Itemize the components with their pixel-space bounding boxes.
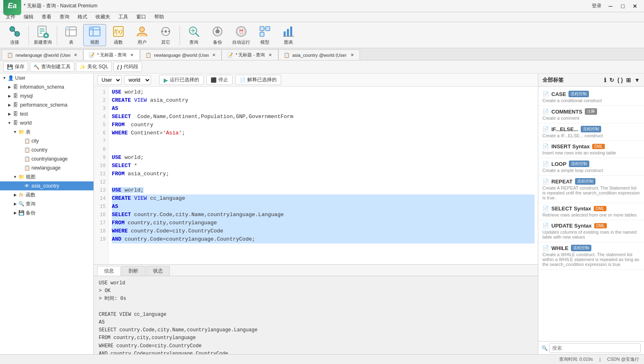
toolbar-user[interactable]: 用户 — [131, 24, 153, 46]
db-selector[interactable]: User User — [97, 75, 122, 85]
menu-help[interactable]: 帮助 — [150, 13, 168, 21]
tree-queries-folder[interactable]: ▶ 🔍 查询 — [0, 199, 93, 208]
stop-button[interactable]: ⬛ 停止 — [206, 75, 233, 85]
explain-button[interactable]: 📄 解释已选择的 — [235, 75, 281, 85]
menu-window[interactable]: 窗口 — [132, 13, 150, 21]
expand-icon[interactable]: ▼ — [634, 77, 640, 83]
code-line-7 — [112, 137, 535, 145]
toolbar-autorun[interactable]: ⏰ 自动运行 — [230, 24, 253, 46]
snippet-ifelse[interactable]: 📄 IF...ELSE... 流程控制 Create a IF...ELSE..… — [538, 123, 644, 141]
schema-selector[interactable]: world mysql — [124, 75, 151, 85]
menu-format[interactable]: 格式 — [73, 13, 91, 21]
create-query-label: 查询创建工具 — [41, 63, 71, 70]
snippet-case-icon: 📄 — [542, 91, 549, 97]
maximize-button[interactable]: □ — [617, 2, 628, 10]
login-label[interactable]: 登录 — [592, 2, 602, 9]
code-snippet-button[interactable]: ( ) 代码段 — [113, 62, 142, 72]
tree-test[interactable]: ▶ 🗄 test — [0, 109, 93, 118]
create-query-button[interactable]: 🔨 查询创建工具 — [30, 62, 74, 72]
code-content[interactable]: USE world; CREATE VIEW asia_country AS S… — [109, 87, 538, 264]
tab-4-close[interactable]: ✕ — [267, 52, 273, 58]
toolbar-query[interactable]: 查询 — [182, 24, 205, 46]
bottom-tab-status[interactable]: 状态 — [146, 266, 170, 276]
tree-views-folder[interactable]: ▼ 📁 视图 — [0, 172, 93, 181]
query-label: 查询 — [189, 39, 198, 45]
toolbar-table[interactable]: 表 — [60, 24, 82, 46]
tree-newlanguage[interactable]: 📋 newlanguage — [0, 163, 93, 172]
bottom-tab-info[interactable]: 信息 — [97, 266, 121, 276]
tree-asia-country[interactable]: 👁 asia_country — [0, 181, 93, 190]
minimize-button[interactable]: ─ — [605, 2, 616, 10]
other-label: 其它 — [161, 39, 170, 45]
toolbar-backup[interactable]: 备份 — [206, 24, 229, 46]
functions-folder-icon: fx — [18, 192, 24, 198]
tree-country[interactable]: 📋 country — [0, 145, 93, 154]
tree-tables-folder[interactable]: ▼ 📁 表 — [0, 127, 93, 136]
tab-5[interactable]: 📋 asia_country @world (User ... ✕ — [278, 49, 360, 60]
tab-3-close[interactable]: ✕ — [211, 52, 216, 58]
snippet-comments-desc: Create a comment — [542, 116, 640, 121]
menu-favorites[interactable]: 收藏夹 — [91, 13, 114, 21]
snippet-select[interactable]: 📄 SELECT Syntax DML Retrieve rows select… — [538, 203, 644, 220]
snippet-while[interactable]: 📄 WHILE 流程控制 Create a WHILE construct. T… — [538, 242, 644, 270]
toolbar-model[interactable]: 模型 — [253, 24, 276, 46]
refresh-icon[interactable]: ↻ — [609, 77, 614, 83]
snippet-case[interactable]: 📄 CASE 流程控制 Create a conditional constru… — [538, 88, 644, 106]
tree-countrylanguage[interactable]: 📋 countrylanguage — [0, 154, 93, 163]
snippet-repeat-icon: 📄 — [542, 179, 549, 185]
tree-mysql[interactable]: ▶ 🗄 mysql — [0, 92, 93, 100]
tab-1-close[interactable]: ✕ — [73, 52, 78, 58]
info-icon[interactable]: ℹ — [604, 77, 606, 83]
snippet-insert[interactable]: 📄 INSERT Syntax DML Insert new rows into… — [538, 141, 644, 158]
grid-icon[interactable]: ⊞ — [626, 77, 631, 83]
db-icon-world: 🗄 — [12, 120, 19, 126]
tab-4[interactable]: 📝 * 无标题 - 查询 ✕ — [222, 49, 278, 60]
line-num-14: 14 — [94, 194, 108, 203]
menu-bar: 文件 编辑 查看 查询 格式 收藏夹 工具 窗口 帮助 — [0, 12, 644, 22]
tree-information-schema[interactable]: ▶ 🗄 information_schema — [0, 83, 93, 92]
toolbar-new-query[interactable]: 新建查询 — [31, 24, 54, 46]
code-editor[interactable]: 1 2 3 4 5 6 7 8 9 10 11 12 13 14 15 16 1 — [94, 87, 538, 264]
code-line-1: USE world; — [112, 88, 535, 96]
tree-backup-folder[interactable]: ▶ 💾 备份 — [0, 208, 93, 217]
line-num-3: 3 — [94, 105, 108, 113]
menu-edit[interactable]: 编辑 — [20, 13, 38, 21]
line-num-4: 4 — [94, 113, 108, 121]
snippet-comments[interactable]: 📄 COMMENTS 注释 Create a comment — [538, 106, 644, 123]
toolbar-other[interactable]: 其它 — [154, 24, 177, 46]
tab-2[interactable]: 📝 * 无标题 - 查询 ✕ — [83, 49, 140, 60]
tab-3[interactable]: 📋 newlanguage @world (User... ✕ — [140, 49, 222, 60]
bottom-tab-profile[interactable]: 剖析 — [122, 266, 145, 276]
tree-world[interactable]: ▼ 🗄 world — [0, 118, 93, 127]
toolbar-function[interactable]: f(x) 函数 — [107, 24, 130, 46]
bottom-content: USE world > OK > 时间: 0s CREATE VIEW cc_l… — [94, 276, 538, 354]
tree-functions-folder[interactable]: ▶ fx 函数 — [0, 190, 93, 199]
tree-performance-schema[interactable]: ▶ 🗄 performance_schema — [0, 100, 93, 109]
new-query-label: 新建查询 — [34, 39, 52, 45]
menu-view[interactable]: 查看 — [38, 13, 56, 21]
menu-query[interactable]: 查询 — [56, 13, 73, 21]
city-icon: 📋 — [24, 138, 30, 144]
snippet-loop-title: 📄 LOOP 流程控制 — [542, 161, 640, 167]
toolbar-chart[interactable]: 图表 — [277, 24, 300, 46]
tab-2-close[interactable]: ✕ — [129, 52, 135, 58]
right-panel-title: 全部标签 — [542, 76, 564, 84]
search-input[interactable] — [549, 343, 641, 353]
menu-tools[interactable]: 工具 — [114, 13, 132, 21]
paren-icon[interactable]: ( ) — [617, 77, 623, 83]
snippet-loop[interactable]: 📄 LOOP 流程控制 Create a simple loop constru… — [538, 158, 644, 176]
run-selected-button[interactable]: ▶ 运行已选择的 — [159, 75, 204, 85]
snippet-repeat[interactable]: 📄 REPEAT 流程控制 Create A REPEAT construct.… — [538, 176, 644, 203]
save-button[interactable]: 💾 保存 — [3, 62, 28, 72]
city-label: city — [31, 138, 39, 144]
toolbar-view[interactable]: 视图 — [83, 24, 106, 46]
menu-file[interactable]: 文件 — [2, 13, 20, 21]
close-button[interactable]: ✕ — [629, 2, 641, 10]
toolbar-connect[interactable]: 连接 — [3, 24, 26, 46]
snippet-update[interactable]: 📄 UPDATE Syntax DML Updates columns of e… — [538, 220, 644, 242]
tab-1[interactable]: 📋 newlanguage @world (User... ✕ — [2, 49, 83, 60]
beautify-sql-button[interactable]: ✨ 美化 SQL — [76, 62, 112, 72]
tree-city[interactable]: 📋 city — [0, 136, 93, 145]
tree-user-root[interactable]: ▼ 👤 User — [0, 74, 93, 83]
tab-5-close[interactable]: ✕ — [349, 52, 355, 58]
